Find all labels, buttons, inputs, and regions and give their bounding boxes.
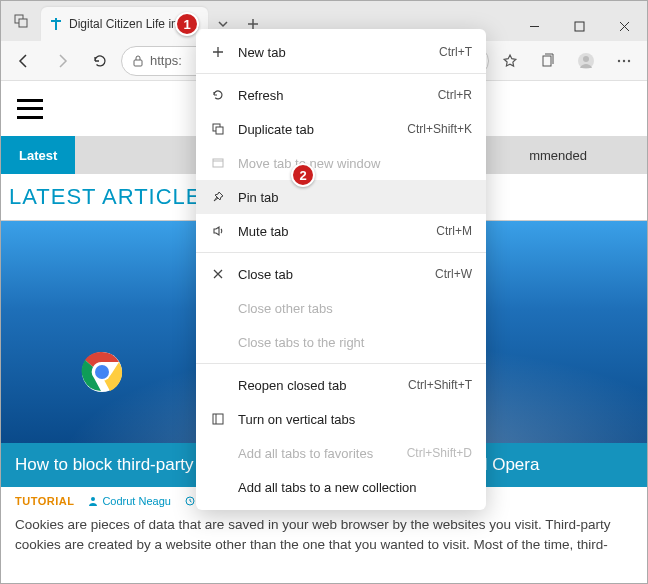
callout-1: 1 [175, 12, 199, 36]
svg-point-7 [618, 59, 620, 61]
article-tag[interactable]: TUTORIAL [15, 495, 74, 507]
menu-reopen-tab[interactable]: Reopen closed tab Ctrl+Shift+T [196, 368, 486, 402]
duplicate-icon [210, 121, 226, 137]
close-icon [210, 266, 226, 282]
favorites-button[interactable] [493, 44, 527, 78]
chrome-icon [81, 351, 123, 393]
menu-close-tab[interactable]: Close tab Ctrl+W [196, 257, 486, 291]
refresh-icon [210, 87, 226, 103]
minimize-button[interactable] [512, 11, 557, 41]
menu-close-right: Close tabs to the right [196, 325, 486, 359]
menu-new-tab[interactable]: New tab Ctrl+T [196, 35, 486, 69]
plus-icon [210, 44, 226, 60]
user-icon [88, 496, 98, 506]
callout-2: 2 [291, 163, 315, 187]
svg-rect-1 [19, 19, 27, 27]
menu-vertical-tabs[interactable]: Turn on vertical tabs [196, 402, 486, 436]
svg-point-11 [93, 363, 111, 381]
forward-button[interactable] [45, 44, 79, 78]
back-button[interactable] [7, 44, 41, 78]
nav-latest[interactable]: Latest [1, 136, 75, 174]
svg-rect-17 [213, 159, 223, 167]
svg-rect-2 [575, 22, 584, 31]
menu-add-collection[interactable]: Add all tabs to a new collection [196, 470, 486, 504]
menu-mute-tab[interactable]: Mute tab Ctrl+M [196, 214, 486, 248]
tab-actions-icon[interactable] [1, 1, 41, 41]
menu-refresh[interactable]: Refresh Ctrl+R [196, 78, 486, 112]
article-body: Cookies are pieces of data that are save… [1, 511, 647, 566]
menu-duplicate-tab[interactable]: Duplicate tab Ctrl+Shift+K [196, 112, 486, 146]
clock-icon [185, 496, 195, 506]
close-window-button[interactable] [602, 11, 647, 41]
svg-rect-18 [213, 414, 223, 424]
svg-rect-3 [134, 60, 142, 66]
svg-point-9 [628, 59, 630, 61]
menu-move-tab: Move tab to new window [196, 146, 486, 180]
svg-point-8 [623, 59, 625, 61]
vertical-tabs-icon [210, 411, 226, 427]
svg-point-13 [91, 497, 95, 501]
speaker-icon [210, 223, 226, 239]
address-text: https: [150, 53, 182, 68]
menu-button[interactable] [607, 44, 641, 78]
pin-icon [210, 189, 226, 205]
favicon-icon [49, 17, 63, 31]
menu-close-other: Close other tabs [196, 291, 486, 325]
article-author[interactable]: Codrut Neagu [88, 495, 171, 507]
menu-pin-tab[interactable]: Pin tab [196, 180, 486, 214]
svg-point-10 [82, 352, 122, 392]
svg-point-6 [583, 56, 589, 62]
lock-icon [132, 55, 144, 67]
menu-add-favorites: Add all tabs to favorites Ctrl+Shift+D [196, 436, 486, 470]
window-icon [210, 155, 226, 171]
refresh-button[interactable] [83, 44, 117, 78]
svg-rect-4 [543, 56, 551, 66]
tab-context-menu: New tab Ctrl+T Refresh Ctrl+R Duplicate … [196, 29, 486, 510]
maximize-button[interactable] [557, 11, 602, 41]
svg-point-12 [95, 365, 109, 379]
nav-recommended[interactable]: mmended [511, 136, 647, 174]
profile-button[interactable] [569, 44, 603, 78]
hamburger-icon[interactable] [17, 99, 43, 119]
window-controls [512, 11, 647, 41]
svg-rect-16 [216, 127, 223, 134]
collections-button[interactable] [531, 44, 565, 78]
